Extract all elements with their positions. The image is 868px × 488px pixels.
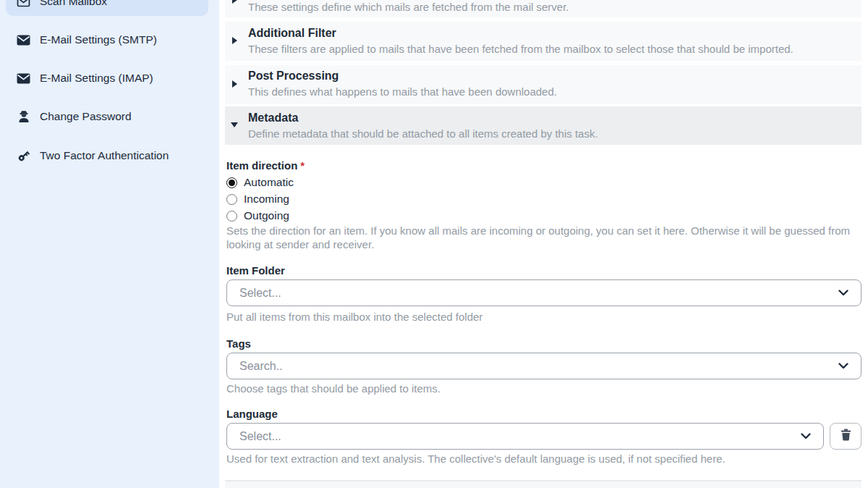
envelope-open-icon: [17, 0, 30, 9]
item-folder-help: Put all items from this mailbox into the…: [226, 310, 863, 324]
radio-automatic[interactable]: Automatic: [226, 174, 294, 190]
section-title: Metadata: [248, 112, 298, 125]
radio-label[interactable]: Automatic: [244, 176, 294, 189]
section-header-post-processing[interactable]: Post Processing This defines what happen…: [225, 65, 861, 104]
tags-label: Tags: [226, 337, 251, 350]
sidebar-item-scan-mailbox[interactable]: Scan Mailbox: [6, 0, 208, 16]
sidebar-item-imap-settings[interactable]: E-Mail Settings (IMAP): [6, 64, 208, 93]
chevron-down-icon: [801, 433, 811, 439]
chevron-down-icon: [231, 122, 238, 127]
sidebar-item-label: Scan Mailbox: [40, 0, 107, 8]
user-secret-icon: [17, 110, 30, 124]
envelope-icon: [17, 72, 30, 85]
radio-input-outgoing[interactable]: [226, 211, 237, 222]
item-folder-select[interactable]: Select...: [226, 279, 861, 306]
section-header-mail-fetch[interactable]: These settings define which mails are fe…: [225, 0, 861, 17]
language-help: Used for text extraction and text analys…: [226, 452, 863, 466]
select-placeholder: Select...: [239, 430, 801, 443]
envelope-icon: [17, 33, 30, 47]
trash-icon: [841, 429, 851, 444]
tags-help: Choose tags that should be applied to it…: [226, 382, 863, 395]
radio-label[interactable]: Incoming: [244, 193, 289, 206]
select-placeholder: Select...: [239, 287, 838, 300]
radio-outgoing[interactable]: Outgoing: [226, 208, 289, 224]
sidebar-item-label: E-Mail Settings (IMAP): [40, 72, 153, 85]
select-placeholder: Search..: [239, 360, 838, 373]
section-subtitle: This defines what happens to mails that …: [248, 85, 557, 98]
section-subtitle: These settings define which mails are fe…: [248, 1, 569, 13]
section-subtitle: These filters are applied to mails that …: [248, 43, 793, 55]
clear-language-button[interactable]: [830, 423, 861, 450]
sidebar-item-label: Change Password: [40, 110, 132, 123]
sidebar-item-smtp-settings[interactable]: E-Mail Settings (SMTP): [6, 25, 208, 54]
section-header-additional-filter[interactable]: Additional Filter These filters are appl…: [225, 22, 861, 61]
language-select[interactable]: Select...: [226, 423, 824, 450]
chevron-down-icon: [838, 363, 848, 369]
next-section-edge: [225, 480, 861, 488]
sidebar-item-two-factor-auth[interactable]: Two Factor Authentication: [6, 141, 208, 170]
language-label: Language: [226, 408, 278, 420]
radio-input-automatic[interactable]: [226, 177, 237, 188]
sidebar-item-label: Two Factor Authentication: [40, 149, 169, 162]
item-direction-label: Item direction*: [226, 159, 305, 172]
section-title: Additional Filter: [248, 27, 336, 40]
required-asterisk: *: [300, 159, 305, 172]
section-subtitle: Define metadata that should be attached …: [248, 127, 598, 140]
section-header-metadata[interactable]: Metadata Define metadata that should be …: [225, 106, 861, 145]
radio-incoming[interactable]: Incoming: [226, 191, 289, 207]
chevron-right-icon: [232, 0, 237, 4]
chevron-down-icon: [838, 290, 848, 296]
sidebar-item-label: E-Mail Settings (SMTP): [40, 33, 157, 46]
radio-label[interactable]: Outgoing: [244, 209, 289, 222]
section-title: Post Processing: [248, 70, 339, 83]
tags-select[interactable]: Search..: [226, 353, 861, 379]
chevron-right-icon: [232, 37, 237, 44]
item-folder-label: Item Folder: [226, 264, 285, 277]
settings-sidebar: Scan Mailbox E-Mail Settings (SMTP) E-Ma…: [0, 0, 219, 488]
key-icon: [17, 149, 30, 163]
item-direction-help: Sets the direction for an item. If you k…: [226, 224, 863, 251]
radio-input-incoming[interactable]: [226, 194, 237, 205]
chevron-right-icon: [232, 80, 237, 88]
sidebar-item-change-password[interactable]: Change Password: [6, 102, 208, 131]
